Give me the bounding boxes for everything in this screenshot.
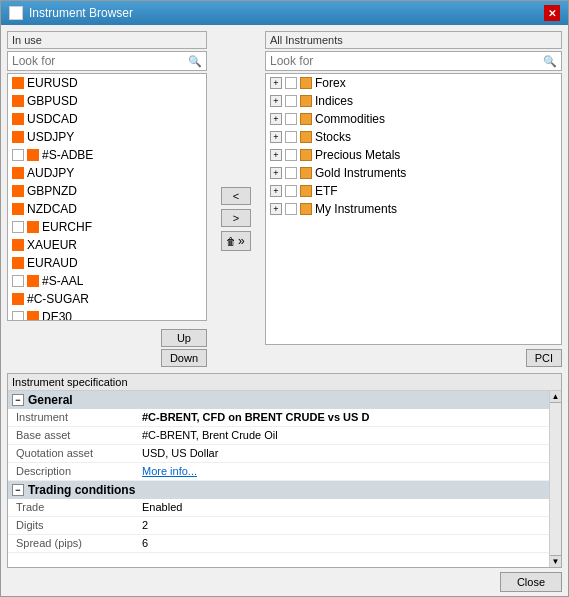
tree-item[interactable]: + Stocks [266,128,561,146]
instrument-icon [27,221,39,233]
left-search-input[interactable] [8,52,184,70]
list-item[interactable]: DE30 [8,308,206,321]
scroll-track [550,403,561,555]
instrument-icon [12,77,24,89]
list-item[interactable]: USDJPY [8,128,206,146]
collapse-icon[interactable]: − [12,394,24,406]
instrument-icon [12,167,24,179]
tree-checkbox[interactable] [285,203,297,215]
list-item[interactable]: AUDJPY [8,164,206,182]
tree-checkbox[interactable] [285,149,297,161]
list-item[interactable]: EURAUD [8,254,206,272]
tree-item[interactable]: + My Instruments [266,200,561,218]
title-bar-left: Instrument Browser [9,6,133,20]
tree-item[interactable]: + Precious Metals [266,146,561,164]
remove-all-button[interactable]: 🗑 » [221,231,251,251]
spec-row-spread: Spread (pips) 6 [8,535,549,553]
item-checkbox[interactable] [12,221,24,233]
spec-row-digits: Digits 2 [8,517,549,535]
expand-icon[interactable]: + [270,131,282,143]
spec-header: Instrument specification [8,374,561,391]
instrument-icon [12,203,24,215]
spec-value: 6 [138,535,549,552]
close-button[interactable]: Close [500,572,562,592]
close-row: Close [1,568,568,596]
scroll-down-button[interactable]: ▼ [550,555,561,567]
item-label: #S-AAL [42,274,83,288]
tree-checkbox[interactable] [285,77,297,89]
tree-label: ETF [315,184,338,198]
tree-item[interactable]: + Commodities [266,110,561,128]
list-item[interactable]: EURCHF [8,218,206,236]
tree-item[interactable]: + ETF [266,182,561,200]
item-label: #C-SUGAR [27,292,89,306]
folder-icon [300,149,312,161]
instrument-icon [27,311,39,321]
more-info-link[interactable]: More info... [138,463,549,480]
list-item[interactable]: #S-ADBE [8,146,206,164]
instrument-browser-window: Instrument Browser ✕ In use 🔍 EURUSD GBP… [0,0,569,597]
list-item[interactable]: #S-AAL [8,272,206,290]
expand-icon[interactable]: + [270,113,282,125]
instrument-icon [27,149,39,161]
list-item[interactable]: GBPNZD [8,182,206,200]
expand-icon[interactable]: + [270,167,282,179]
expand-icon[interactable]: + [270,77,282,89]
instrument-icon [12,113,24,125]
tree-item[interactable]: + Indices [266,92,561,110]
left-search-box: 🔍 [7,51,207,71]
move-right-button[interactable]: > [221,209,251,227]
item-checkbox[interactable] [12,149,24,161]
item-label: DE30 [42,310,72,321]
general-label: General [28,393,73,407]
tree-item[interactable]: + Gold Instruments [266,164,561,182]
main-content: In use 🔍 EURUSD GBPUSD USDCAD [1,25,568,373]
list-item[interactable]: NZDCAD [8,200,206,218]
spec-label: Spread (pips) [8,535,138,552]
spec-content: − General Instrument #C-BRENT, CFD on BR… [8,391,561,567]
item-checkbox[interactable] [12,275,24,287]
tree-label: Stocks [315,130,351,144]
tree-item[interactable]: + Forex [266,74,561,92]
item-label: EURUSD [27,76,78,90]
spec-label: Base asset [8,427,138,444]
expand-icon[interactable]: + [270,185,282,197]
instrument-icon [12,293,24,305]
tree-checkbox[interactable] [285,131,297,143]
scroll-up-button[interactable]: ▲ [550,391,561,403]
spec-row-instrument: Instrument #C-BRENT, CFD on BRENT CRUDE … [8,409,549,427]
spec-value: 2 [138,517,549,534]
tree-checkbox[interactable] [285,95,297,107]
item-label: USDJPY [27,130,74,144]
list-item[interactable]: #C-SUGAR [8,290,206,308]
expand-icon[interactable]: + [270,95,282,107]
list-item[interactable]: GBPUSD [8,92,206,110]
expand-icon[interactable]: + [270,203,282,215]
item-label: EURAUD [27,256,78,270]
tree-checkbox[interactable] [285,167,297,179]
expand-icon[interactable]: + [270,149,282,161]
folder-icon [300,131,312,143]
spec-value: USD, US Dollar [138,445,549,462]
right-search-input[interactable] [266,52,539,70]
up-button[interactable]: Up [161,329,207,347]
spec-value: #C-BRENT, CFD on BRENT CRUDE vs US D [138,409,549,426]
list-item[interactable]: EURUSD [8,74,206,92]
collapse-icon[interactable]: − [12,484,24,496]
list-item[interactable]: XAUEUR [8,236,206,254]
tree-checkbox[interactable] [285,185,297,197]
window-close-button[interactable]: ✕ [544,5,560,21]
move-left-button[interactable]: < [221,187,251,205]
list-item[interactable]: USDCAD [8,110,206,128]
spec-row-base: Base asset #C-BRENT, Brent Crude Oil [8,427,549,445]
spec-label: Trade [8,499,138,516]
spec-label: Digits [8,517,138,534]
spec-row-trade: Trade Enabled [8,499,549,517]
tree-checkbox[interactable] [285,113,297,125]
item-checkbox[interactable] [12,311,24,321]
right-search-icon[interactable]: 🔍 [539,55,561,68]
pci-button[interactable]: PCI [526,349,562,367]
instrument-icon [27,275,39,287]
left-search-icon[interactable]: 🔍 [184,55,206,68]
down-button[interactable]: Down [161,349,207,367]
